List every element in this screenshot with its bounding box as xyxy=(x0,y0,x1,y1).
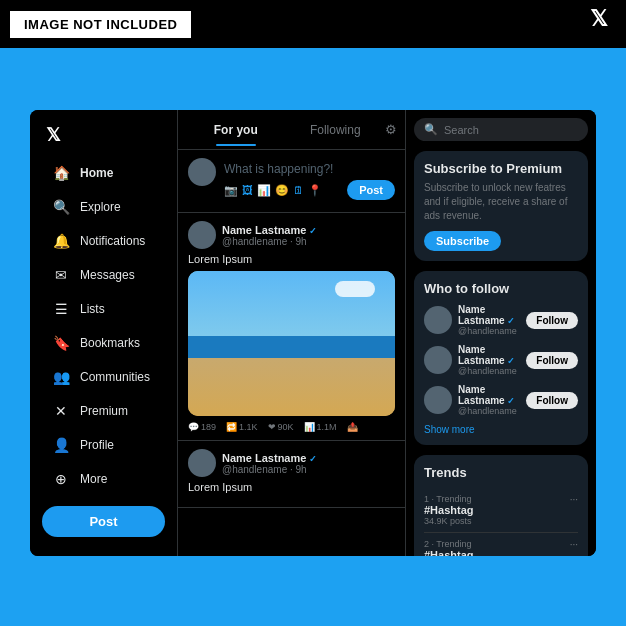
sidebar-label-notifications: Notifications xyxy=(80,234,145,248)
sidebar: 𝕏 🏠 Home 🔍 Explore 🔔 Notifications ✉ Mes… xyxy=(30,110,178,556)
tweet-actions-1: 💬 189 🔁 1.1K ❤ 90K 📊 1.1M 📤 xyxy=(188,422,395,432)
trend-posts-1: 34.9K posts xyxy=(424,516,578,526)
tweet-avatar-1 xyxy=(188,221,216,249)
communities-icon: 👥 xyxy=(52,369,70,385)
sidebar-label-home: Home xyxy=(80,166,113,180)
trend-category-1: 1 · Trending xyxy=(424,494,578,504)
top-bar: IMAGE NOT INCLUDED 𝕏 xyxy=(0,0,626,48)
tweet-handle-2: @handlename · 9h xyxy=(222,464,317,475)
compose-post-button[interactable]: Post xyxy=(347,180,395,200)
tab-following[interactable]: Following xyxy=(286,115,386,145)
settings-icon[interactable]: ⚙ xyxy=(385,122,397,137)
premium-description: Subscribe to unlock new featres and if e… xyxy=(424,181,578,223)
follow-button-1[interactable]: Follow xyxy=(526,312,578,329)
image-not-included-label: IMAGE NOT INCLUDED xyxy=(10,11,191,38)
sidebar-item-explore[interactable]: 🔍 Explore xyxy=(36,191,171,223)
search-bar[interactable]: 🔍 Search xyxy=(414,118,588,141)
tweet-name-1: Name Lastname ✓ xyxy=(222,224,317,236)
follow-verified-1: ✓ xyxy=(507,316,515,326)
tab-for-you[interactable]: For you xyxy=(186,115,286,145)
emoji-icon[interactable]: 😊 xyxy=(275,184,289,197)
trend-hashtag-1: #Hashtag xyxy=(424,504,578,516)
sidebar-item-premium[interactable]: ✕ Premium xyxy=(36,395,171,427)
follow-verified-3: ✓ xyxy=(507,396,515,406)
tweet-header-1: Name Lastname ✓ @handlename · 9h xyxy=(188,221,395,249)
sidebar-label-messages: Messages xyxy=(80,268,135,282)
sidebar-item-messages[interactable]: ✉ Messages xyxy=(36,259,171,291)
trend-category-2: 2 · Trending xyxy=(424,539,578,549)
who-to-follow-box: Who to follow Name Lastname ✓ @handlenam… xyxy=(414,271,588,445)
explore-icon: 🔍 xyxy=(52,199,70,215)
beach-sand xyxy=(188,358,395,416)
sidebar-item-notifications[interactable]: 🔔 Notifications xyxy=(36,225,171,257)
sidebar-label-bookmarks: Bookmarks xyxy=(80,336,140,350)
show-more-link[interactable]: Show more xyxy=(424,424,578,435)
trend-hashtag-2: #Hashtag xyxy=(424,549,578,556)
premium-box: Subscribe to Premium Subscribe to unlock… xyxy=(414,151,588,261)
search-placeholder: Search xyxy=(444,124,479,136)
messages-icon: ✉ xyxy=(52,267,70,283)
tweet-text-1: Lorem Ipsum xyxy=(188,253,395,265)
bookmarks-icon: 🔖 xyxy=(52,335,70,351)
trend-item-1[interactable]: 1 · Trending #Hashtag 34.9K posts ··· xyxy=(424,488,578,533)
sidebar-x-logo: 𝕏 xyxy=(30,118,177,156)
photo-icon[interactable]: 📷 xyxy=(224,184,238,197)
follow-verified-2: ✓ xyxy=(507,356,515,366)
follow-avatar-1 xyxy=(424,306,452,334)
trends-title: Trends xyxy=(424,465,578,480)
follow-button-3[interactable]: Follow xyxy=(526,392,578,409)
views-action[interactable]: 📊 1.1M xyxy=(304,422,337,432)
reply-action[interactable]: 💬 189 xyxy=(188,422,216,432)
compose-actions: 📷 🖼 📊 😊 🗓 📍 Post xyxy=(224,176,395,204)
follow-name-3: Name Lastname ✓ xyxy=(458,384,520,406)
sidebar-item-more[interactable]: ⊕ More xyxy=(36,463,171,495)
schedule-icon[interactable]: 🗓 xyxy=(293,184,304,196)
trends-box: Trends 1 · Trending #Hashtag 34.9K posts… xyxy=(414,455,588,556)
post-button[interactable]: Post xyxy=(42,506,165,537)
follow-handle-2: @handlename xyxy=(458,366,520,376)
follow-item-1: Name Lastname ✓ @handlename Follow xyxy=(424,304,578,336)
location-icon[interactable]: 📍 xyxy=(308,184,322,197)
sidebar-item-bookmarks[interactable]: 🔖 Bookmarks xyxy=(36,327,171,359)
sidebar-item-communities[interactable]: 👥 Communities xyxy=(36,361,171,393)
like-action[interactable]: ❤ 90K xyxy=(268,422,294,432)
retweet-action[interactable]: 🔁 1.1K xyxy=(226,422,258,432)
follow-info-1: Name Lastname ✓ @handlename xyxy=(458,304,520,336)
sidebar-label-profile: Profile xyxy=(80,438,114,452)
sidebar-item-home[interactable]: 🏠 Home xyxy=(36,157,171,189)
sidebar-label-lists: Lists xyxy=(80,302,105,316)
sidebar-label-communities: Communities xyxy=(80,370,150,384)
trend-dots-1[interactable]: ··· xyxy=(570,494,578,505)
sidebar-item-profile[interactable]: 👤 Profile xyxy=(36,429,171,461)
tweet-handle-1: @handlename · 9h xyxy=(222,236,317,247)
follow-name-2: Name Lastname ✓ xyxy=(458,344,520,366)
sidebar-item-lists[interactable]: ☰ Lists xyxy=(36,293,171,325)
sidebar-label-more: More xyxy=(80,472,107,486)
trend-dots-2[interactable]: ··· xyxy=(570,539,578,550)
follow-button-2[interactable]: Follow xyxy=(526,352,578,369)
feed: For you Following ⚙ What is happening?! … xyxy=(178,110,406,556)
poll-icon[interactable]: 📊 xyxy=(257,184,271,197)
premium-title: Subscribe to Premium xyxy=(424,161,578,176)
gif-icon[interactable]: 🖼 xyxy=(242,184,253,196)
notifications-icon: 🔔 xyxy=(52,233,70,249)
x-logo-top: 𝕏 xyxy=(590,6,608,32)
twitter-ui-container: 𝕏 🏠 Home 🔍 Explore 🔔 Notifications ✉ Mes… xyxy=(30,110,596,556)
sidebar-label-premium: Premium xyxy=(80,404,128,418)
trend-item-2[interactable]: 2 · Trending #Hashtag 34.9K posts ··· xyxy=(424,533,578,556)
share-action[interactable]: 📤 xyxy=(347,422,358,432)
subscribe-button[interactable]: Subscribe xyxy=(424,231,501,251)
verified-badge-2: ✓ xyxy=(309,454,317,464)
follow-avatar-2 xyxy=(424,346,452,374)
who-to-follow-title: Who to follow xyxy=(424,281,578,296)
compose-placeholder[interactable]: What is happening?! xyxy=(224,158,395,176)
feed-tabs: For you Following ⚙ xyxy=(178,110,405,150)
compose-avatar xyxy=(188,158,216,186)
tweet-name-2: Name Lastname ✓ xyxy=(222,452,317,464)
home-icon: 🏠 xyxy=(52,165,70,181)
follow-handle-3: @handlename xyxy=(458,406,520,416)
follow-item-3: Name Lastname ✓ @handlename Follow xyxy=(424,384,578,416)
follow-info-3: Name Lastname ✓ @handlename xyxy=(458,384,520,416)
follow-handle-1: @handlename xyxy=(458,326,520,336)
follow-item-2: Name Lastname ✓ @handlename Follow xyxy=(424,344,578,376)
